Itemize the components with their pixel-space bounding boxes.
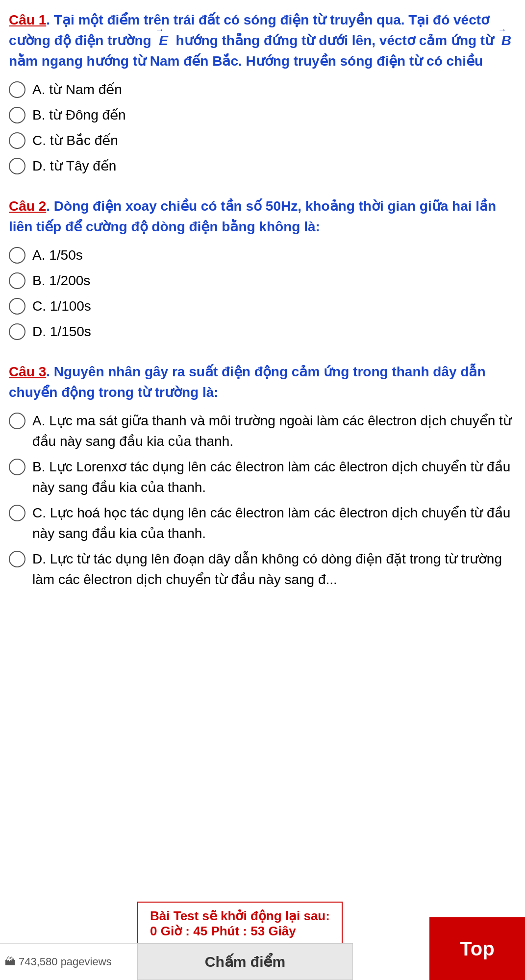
q2-radio-c[interactable] (9, 298, 25, 315)
q3-radio-d[interactable] (9, 551, 25, 567)
q2-option-a[interactable]: A. 1/50s (9, 245, 516, 266)
cham-diem-label: Chấm điểm (205, 953, 285, 970)
popup-line1: Bài Test sẽ khởi động lại sau: (150, 908, 330, 924)
q1-option-c-text: C. từ Bắc đến (32, 130, 516, 151)
q1-option-d[interactable]: D. từ Tây đến (9, 156, 516, 176)
top-label: Top (460, 938, 494, 960)
q3-option-d-text: D. Lực từ tác dụng lên đoạn dây dẫn khôn… (32, 549, 516, 590)
q3-option-a-text: A. Lực ma sát giữa thanh và môi trường n… (32, 411, 516, 452)
q2-option-b[interactable]: B. 1/200s (9, 270, 516, 291)
pageviews-bar: 🏔 743,580 pageviews (0, 943, 137, 980)
q3-option-c-text: C. Lực hoá học tác dụng lên các êlectron… (32, 503, 516, 544)
q3-option-d[interactable]: D. Lực từ tác dụng lên đoạn dây dẫn khôn… (9, 549, 516, 590)
q2-option-c[interactable]: C. 1/100s (9, 296, 516, 317)
q1-option-a-text: A. từ Nam đến (32, 79, 516, 100)
q2-option-b-text: B. 1/200s (32, 270, 516, 291)
q3-radio-b[interactable] (9, 459, 25, 475)
q2-radio-d[interactable] (9, 323, 25, 340)
q1-radio-a[interactable] (9, 81, 25, 98)
q3-label: Câu 3 (9, 364, 46, 379)
page-content: Câu 1. Tại một điểm trên trái đất có són… (0, 0, 525, 668)
q3-radio-a[interactable] (9, 413, 25, 429)
q2-options: A. 1/50s B. 1/200s C. 1/100s D. 1/150s (9, 245, 516, 342)
q3-options: A. Lực ma sát giữa thanh và môi trường n… (9, 411, 516, 590)
q2-radio-b[interactable] (9, 272, 25, 289)
q2-option-d-text: D. 1/150s (32, 321, 516, 342)
q3-option-b[interactable]: B. Lực Lorenxơ tác dụng lên các êlectron… (9, 457, 516, 498)
q1-radio-d[interactable] (9, 158, 25, 174)
pageviews-icon: 🏔 (5, 956, 16, 968)
q2-radio-a[interactable] (9, 247, 25, 264)
question-1: Câu 1. Tại một điểm trên trái đất có són… (9, 10, 516, 176)
popup-line2: 0 Giờ : 45 Phút : 53 Giây (150, 924, 330, 939)
question-2-title: Câu 2. Dòng điện xoay chiều có tần số 50… (9, 196, 516, 237)
q1-radio-c[interactable] (9, 132, 25, 149)
q2-option-a-text: A. 1/50s (32, 245, 516, 266)
bai-test-popup: Bài Test sẽ khởi động lại sau: 0 Giờ : 4… (137, 902, 343, 946)
question-2: Câu 2. Dòng điện xoay chiều có tần số 50… (9, 196, 516, 342)
q2-option-d[interactable]: D. 1/150s (9, 321, 516, 342)
q2-option-c-text: C. 1/100s (32, 296, 516, 317)
top-button[interactable]: Top (429, 917, 525, 980)
q1-option-d-text: D. từ Tây đến (32, 156, 516, 176)
cham-diem-button[interactable]: Chấm điểm (137, 943, 353, 980)
q3-option-c[interactable]: C. Lực hoá học tác dụng lên các êlectron… (9, 503, 516, 544)
question-3: Câu 3. Nguyên nhân gây ra suất điện động… (9, 362, 516, 590)
q3-option-b-text: B. Lực Lorenxơ tác dụng lên các êlectron… (32, 457, 516, 498)
q1-radio-b[interactable] (9, 107, 25, 123)
pageviews-count: 743,580 pageviews (19, 956, 112, 968)
q2-label: Câu 2 (9, 198, 46, 214)
q1-option-a[interactable]: A. từ Nam đến (9, 79, 516, 100)
q1-body: . Tại một điểm trên trái đất có sóng điệ… (9, 12, 515, 69)
q2-body: . Dòng điện xoay chiều có tần số 50Hz, k… (9, 198, 496, 234)
question-3-title: Câu 3. Nguyên nhân gây ra suất điện động… (9, 362, 516, 403)
q3-radio-c[interactable] (9, 505, 25, 521)
q1-options: A. từ Nam đến B. từ Đông đến C. từ Bắc đ… (9, 79, 516, 176)
q1-option-c[interactable]: C. từ Bắc đến (9, 130, 516, 151)
question-1-title: Câu 1. Tại một điểm trên trái đất có són… (9, 10, 516, 72)
q3-option-a[interactable]: A. Lực ma sát giữa thanh và môi trường n… (9, 411, 516, 452)
q1-label: Câu 1 (9, 12, 46, 27)
q1-option-b-text: B. từ Đông đến (32, 105, 516, 125)
q1-option-b[interactable]: B. từ Đông đến (9, 105, 516, 125)
q3-body: . Nguyên nhân gây ra suất điện động cảm … (9, 364, 486, 400)
